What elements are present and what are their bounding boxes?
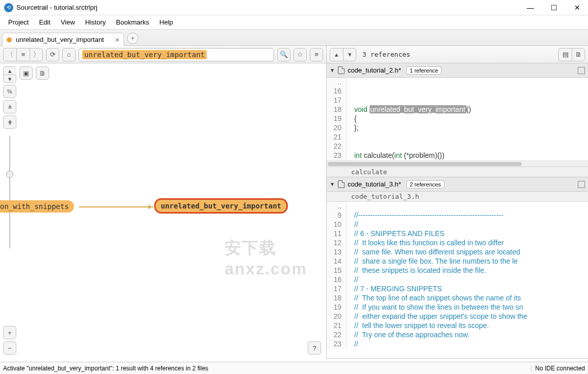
tabbar: unrelated_but_very_important × + [0,30,588,46]
view-mode-file[interactable]: 🗎 [572,48,585,61]
nav-forward-button[interactable]: 〉 [30,48,43,61]
graph-node-source[interactable]: on_with_snippets [0,200,74,213]
bookmark-list-button[interactable]: ≡ [310,48,323,61]
maximize-button[interactable]: ☐ [547,4,560,12]
view-mode-snippet[interactable]: ▤ [558,48,572,61]
graph-tool-3[interactable]: ⋕ [3,115,16,129]
add-tab-button[interactable]: + [127,33,138,44]
graph-area[interactable]: ▴ ▾ ▣ 🗎 % ⋔ ⋕ + − ? on_with_snippets unr… [0,63,326,359]
file-section-2: ▼ code_tutorial_3.h* 2 references code_t… [327,177,588,359]
code-toolbar: ▴ ▾ 3 references ▤ 🗎 [327,46,588,63]
minimize-button[interactable]: — [524,4,537,12]
code-block-2[interactable]: ..9//-----------------------------------… [327,202,588,349]
graph-save-button[interactable]: ▣ [19,66,33,80]
refresh-button[interactable]: ⟳ [46,48,59,61]
file-header-1[interactable]: ▼ code_tutorial_2.h* 1 reference [327,63,588,78]
menu-view[interactable]: View [56,17,80,28]
file-icon [338,66,345,74]
ref-count-label: 3 references [362,51,555,58]
file-header-2[interactable]: ▼ code_tutorial_3.h* 2 references [327,177,588,192]
app-icon: ⟲ [4,3,13,12]
scope-bar-1[interactable]: calculate [327,167,588,177]
menu-edit[interactable]: Edit [34,17,55,28]
titlebar: ⟲ Sourcetrail - tutorial.srctrlprj — ☐ ✕ [0,0,588,15]
bookmark-button[interactable]: ☆ [293,48,307,61]
file-section-1: ▼ code_tutorial_2.h* 1 reference ..16171… [327,63,588,177]
nav-back-button[interactable]: 〈 [3,48,16,61]
zoom-out-button[interactable]: − [3,341,16,355]
file-ref-badge-2: 2 references [406,180,445,189]
collapse-icon[interactable]: ▼ [330,67,335,73]
status-right: No IDE connected [531,365,585,372]
graph-tool-1[interactable]: % [3,85,16,98]
watermark: 安下载 anxz.com [225,237,326,278]
depth-slider-thumb[interactable] [6,171,13,178]
statusbar: Activate "unrelated_but_very_important":… [0,362,588,374]
graph-edge-arrow[interactable] [79,206,153,207]
maximize-file-icon[interactable] [578,67,585,74]
tab-active[interactable]: unrelated_but_very_important × [2,33,124,46]
status-left: Activate "unrelated_but_very_important":… [3,365,208,372]
scope-bar-2-top[interactable]: code_tutorial_3.h [327,192,588,202]
left-toolbar: 〈 ≡ 〉 ⟳ ⌂ unrelated_but_very_important 🔍… [0,46,326,63]
ref-prev-button[interactable]: ▴ [330,48,343,61]
menubar: Project Edit View History Bookmarks Help [0,15,588,30]
menu-help[interactable]: Help [154,17,178,28]
close-button[interactable]: ✕ [571,4,584,12]
graph-tool-2[interactable]: ⋔ [3,100,16,113]
menu-history[interactable]: History [80,17,111,28]
tab-dot-icon [7,37,12,42]
file-ref-badge-1: 1 reference [406,66,442,75]
file-name-2: code_tutorial_3.h* [348,180,401,188]
window-title: Sourcetrail - tutorial.srctrlprj [16,4,524,11]
graph-down-button[interactable]: ▾ [3,75,16,83]
home-button[interactable]: ⌂ [62,48,76,61]
graph-up-button[interactable]: ▴ [3,66,16,75]
collapse-icon[interactable]: ▼ [330,181,335,187]
zoom-in-button[interactable]: + [3,326,16,339]
help-button[interactable]: ? [308,341,321,355]
menu-project[interactable]: Project [3,17,34,28]
search-input[interactable]: unrelated_but_very_important [79,48,274,61]
maximize-file-icon[interactable] [578,181,585,188]
graph-node-target[interactable]: unrelated_but_very_important [154,198,288,214]
code-block-1[interactable]: ..161718void unrelated_but_very_importan… [327,78,588,160]
file-name-1: code_tutorial_2.h* [348,66,401,74]
menu-bookmarks[interactable]: Bookmarks [111,17,154,28]
search-chip: unrelated_but_very_important [82,50,207,59]
hscrollbar-1[interactable] [327,160,588,167]
search-button[interactable]: 🔍 [277,48,290,61]
file-icon [338,180,345,188]
tab-close-icon[interactable]: × [115,36,119,44]
nav-history-button[interactable]: ≡ [16,48,30,61]
ref-next-button[interactable]: ▾ [343,48,356,61]
depth-slider-track [9,136,10,248]
graph-copy-button[interactable]: 🗎 [36,66,49,80]
tab-label: unrelated_but_very_important [16,36,104,43]
